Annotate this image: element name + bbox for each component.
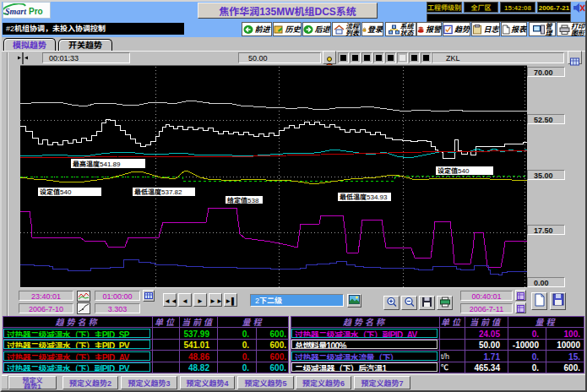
- svg-text:Smart: Smart: [5, 7, 27, 16]
- svg-text:Pro: Pro: [29, 7, 43, 16]
